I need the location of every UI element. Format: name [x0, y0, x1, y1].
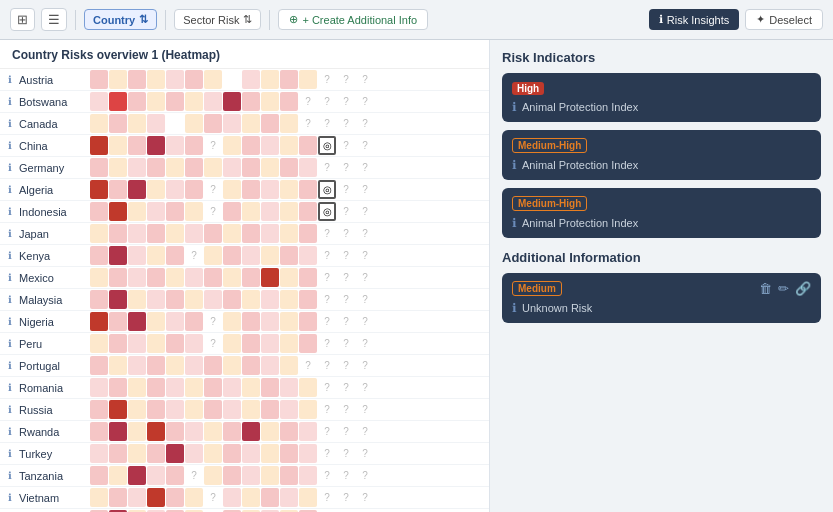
- risk-cell[interactable]: [128, 268, 146, 287]
- info-icon[interactable]: ℹ: [0, 228, 16, 239]
- risk-cell[interactable]: [109, 246, 127, 265]
- question-cell[interactable]: ?: [337, 400, 355, 419]
- risk-cell[interactable]: [223, 356, 241, 375]
- risk-cell[interactable]: [204, 114, 222, 133]
- risk-cell[interactable]: [223, 466, 241, 485]
- question-cell[interactable]: ?: [356, 136, 374, 155]
- risk-cell[interactable]: [242, 180, 260, 199]
- risk-cell[interactable]: [299, 268, 317, 287]
- risk-cell[interactable]: [223, 400, 241, 419]
- info-icon[interactable]: ℹ: [0, 96, 16, 107]
- risk-cell[interactable]: [261, 356, 279, 375]
- risk-cell[interactable]: [261, 202, 279, 221]
- question-cell[interactable]: ?: [337, 136, 355, 155]
- edit-action[interactable]: ✏: [778, 281, 789, 296]
- list-view-btn[interactable]: ☰: [41, 8, 67, 31]
- risk-cell[interactable]: [109, 224, 127, 243]
- question-cell[interactable]: ?: [337, 466, 355, 485]
- risk-cell[interactable]: [223, 444, 241, 463]
- risk-cell[interactable]: [261, 466, 279, 485]
- risk-cell[interactable]: [242, 246, 260, 265]
- question-cell[interactable]: ?: [318, 356, 336, 375]
- risk-cell[interactable]: [90, 356, 108, 375]
- risk-cell[interactable]: [185, 114, 203, 133]
- question-cell[interactable]: ?: [318, 400, 336, 419]
- risk-cell[interactable]: [147, 70, 165, 89]
- risk-cell[interactable]: [128, 246, 146, 265]
- risk-cell[interactable]: [147, 488, 165, 507]
- info-icon[interactable]: ℹ: [0, 448, 16, 459]
- risk-cell[interactable]: [90, 180, 108, 199]
- question-cell[interactable]: ?: [299, 114, 317, 133]
- risk-cell[interactable]: [166, 246, 184, 265]
- risk-cell[interactable]: [280, 92, 298, 111]
- risk-cell[interactable]: [185, 92, 203, 111]
- risk-cell[interactable]: [166, 136, 184, 155]
- risk-cell[interactable]: [90, 202, 108, 221]
- risk-cell[interactable]: [280, 312, 298, 331]
- risk-cell[interactable]: [242, 224, 260, 243]
- info-icon[interactable]: ℹ: [0, 338, 16, 349]
- question-cell[interactable]: ?: [356, 92, 374, 111]
- risk-cell[interactable]: [204, 466, 222, 485]
- risk-cell[interactable]: [166, 92, 184, 111]
- risk-cell[interactable]: [128, 334, 146, 353]
- risk-cell[interactable]: [109, 202, 127, 221]
- risk-cell[interactable]: [299, 488, 317, 507]
- question-cell[interactable]: ?: [356, 422, 374, 441]
- risk-cell[interactable]: [204, 92, 222, 111]
- risk-cell[interactable]: [185, 224, 203, 243]
- risk-cell[interactable]: [147, 224, 165, 243]
- risk-cell[interactable]: [242, 114, 260, 133]
- risk-cell[interactable]: [261, 268, 279, 287]
- question-cell[interactable]: ?: [318, 444, 336, 463]
- risk-cell[interactable]: [223, 202, 241, 221]
- risk-cell[interactable]: [128, 378, 146, 397]
- risk-cell[interactable]: [185, 356, 203, 375]
- risk-cell[interactable]: [280, 444, 298, 463]
- question-cell[interactable]: ?: [204, 488, 222, 507]
- risk-cell[interactable]: [128, 422, 146, 441]
- risk-cell[interactable]: [166, 356, 184, 375]
- risk-cell[interactable]: [109, 114, 127, 133]
- question-cell[interactable]: ?: [356, 158, 374, 177]
- info-icon[interactable]: ℹ: [0, 426, 16, 437]
- risk-cell[interactable]: [261, 334, 279, 353]
- risk-cell[interactable]: [223, 378, 241, 397]
- question-cell[interactable]: ?: [356, 488, 374, 507]
- risk-cell[interactable]: [185, 268, 203, 287]
- risk-cell[interactable]: [185, 312, 203, 331]
- risk-cell[interactable]: [261, 312, 279, 331]
- risk-cell[interactable]: [299, 246, 317, 265]
- selected-cell[interactable]: ◎: [318, 136, 336, 155]
- info-icon[interactable]: ℹ: [0, 382, 16, 393]
- question-cell[interactable]: ?: [337, 70, 355, 89]
- risk-cell[interactable]: [128, 158, 146, 177]
- risk-cell[interactable]: [147, 92, 165, 111]
- risk-cell[interactable]: [109, 422, 127, 441]
- risk-cell[interactable]: [147, 246, 165, 265]
- risk-cell[interactable]: [147, 378, 165, 397]
- risk-cell[interactable]: [185, 70, 203, 89]
- info-icon[interactable]: ℹ: [0, 470, 16, 481]
- risk-cell[interactable]: [147, 136, 165, 155]
- risk-cell[interactable]: [147, 334, 165, 353]
- risk-cell[interactable]: [166, 224, 184, 243]
- risk-cell[interactable]: [242, 202, 260, 221]
- risk-cell[interactable]: [223, 246, 241, 265]
- risk-cell[interactable]: [261, 114, 279, 133]
- risk-cell[interactable]: [280, 400, 298, 419]
- risk-cell[interactable]: [242, 334, 260, 353]
- question-cell[interactable]: ?: [204, 334, 222, 353]
- risk-cell[interactable]: [128, 466, 146, 485]
- risk-cell[interactable]: [223, 224, 241, 243]
- risk-cell[interactable]: [90, 136, 108, 155]
- risk-cell[interactable]: [90, 246, 108, 265]
- risk-cell[interactable]: [204, 290, 222, 309]
- risk-cell[interactable]: [242, 466, 260, 485]
- risk-cell[interactable]: [223, 114, 241, 133]
- risk-cell[interactable]: [147, 180, 165, 199]
- question-cell[interactable]: ?: [185, 246, 203, 265]
- risk-cell[interactable]: [280, 158, 298, 177]
- question-cell[interactable]: ?: [337, 290, 355, 309]
